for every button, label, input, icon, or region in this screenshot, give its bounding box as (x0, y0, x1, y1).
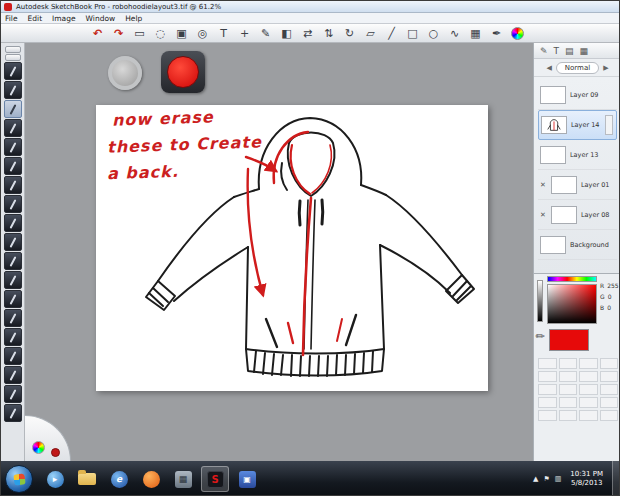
brush-puck[interactable] (108, 56, 142, 90)
taskbar-internet-explorer[interactable]: e (105, 466, 133, 492)
taskbar-sketchbook[interactable]: S (201, 466, 229, 492)
move-tool[interactable]: + (234, 25, 255, 42)
color-swatch[interactable] (559, 358, 578, 369)
panel-toggle-button[interactable] (5, 54, 21, 61)
pencil-tool[interactable]: ✎ (255, 25, 276, 42)
hue-slider[interactable] (547, 276, 597, 282)
select-rect-tool[interactable]: ▭ (129, 25, 150, 42)
panel-toggle-button[interactable] (5, 46, 21, 53)
color-swatch[interactable] (579, 384, 598, 395)
eyedropper-icon[interactable]: ✎ (533, 329, 549, 345)
brush-tool-tile[interactable] (4, 233, 22, 251)
layer-hidden-icon[interactable]: ✕ (540, 181, 547, 189)
tray-expand-icon[interactable]: ▲ (533, 475, 538, 483)
flip-horizontal-tool[interactable]: ⇄ (297, 25, 318, 42)
rotate-tool[interactable]: ↻ (339, 25, 360, 42)
brush-tool-tile[interactable] (4, 252, 22, 270)
color-swatch[interactable] (538, 397, 557, 408)
brush-tool-tile[interactable] (4, 119, 22, 137)
show-desktop-button[interactable] (612, 461, 619, 496)
menu-file[interactable]: File (5, 14, 18, 23)
blend-prev-icon[interactable]: ◀ (546, 64, 551, 72)
taskbar-clock[interactable]: 10:31 PM 5/8/2013 (566, 470, 607, 488)
color-swatch[interactable] (600, 410, 619, 421)
color-swatch[interactable] (579, 358, 598, 369)
taskbar-app-gray[interactable]: ▦ (169, 466, 197, 492)
brush-tool-tile[interactable] (4, 62, 22, 80)
brush-tool-tile[interactable] (4, 404, 22, 422)
color-swatch[interactable] (538, 358, 557, 369)
color-swatch[interactable] (538, 384, 557, 395)
brush-tool-tile[interactable] (4, 176, 22, 194)
color-swatch[interactable] (579, 410, 598, 421)
layer-row[interactable]: Layer 13 (538, 140, 617, 170)
tab-text-icon[interactable]: T (554, 44, 560, 58)
color-swatch[interactable] (538, 371, 557, 382)
taskbar-firefox[interactable] (137, 466, 165, 492)
ellipse-tool[interactable]: ○ (423, 25, 444, 42)
layer-row[interactable]: ✕ Layer 01 (538, 170, 617, 200)
brush-tool-tile[interactable] (4, 157, 22, 175)
tab-layers-icon[interactable]: ▤ (565, 44, 574, 58)
brush-tool-tile[interactable] (4, 347, 22, 365)
brush-tool-tile[interactable] (4, 385, 22, 403)
redo-button[interactable]: ↷ (108, 25, 129, 42)
saturation-value-picker[interactable] (547, 284, 597, 324)
taskbar-app-blue[interactable]: ▣ (233, 466, 261, 492)
color-swatch[interactable] (538, 410, 557, 421)
layer-row[interactable]: Layer 09 (538, 80, 617, 110)
brush-editor-tool[interactable]: ✒ (486, 25, 507, 42)
drawing-canvas[interactable]: now erase these to Create a back. (96, 105, 488, 391)
taskbar-explorer[interactable] (73, 466, 101, 492)
color-swatch[interactable] (579, 371, 598, 382)
brush-tool-tile-selected[interactable] (4, 100, 22, 118)
layer-opacity-slider[interactable] (605, 115, 613, 135)
brush-tool-tile[interactable] (4, 328, 22, 346)
current-color-swatch[interactable] (549, 329, 589, 351)
taskbar-media-player[interactable]: ▸ (41, 466, 69, 492)
color-puck[interactable] (167, 56, 199, 88)
tab-display-icon[interactable]: ▦ (580, 44, 589, 58)
crop-tool[interactable]: ▣ (171, 25, 192, 42)
lagoon-corner-widget[interactable] (25, 415, 71, 461)
undo-button[interactable]: ↶ (87, 25, 108, 42)
color-swatch[interactable] (600, 384, 619, 395)
layer-row[interactable]: ✕ Layer 08 (538, 200, 617, 230)
layer-hidden-icon[interactable]: ✕ (540, 211, 547, 219)
color-swatch[interactable] (600, 371, 619, 382)
tab-brush-icon[interactable]: ✎ (540, 44, 548, 58)
current-color-dot[interactable] (51, 448, 60, 457)
layer-row-selected[interactable]: Layer 14 (538, 110, 617, 140)
fill-tool[interactable]: ◧ (276, 25, 297, 42)
brush-tool-tile[interactable] (4, 271, 22, 289)
color-swatch[interactable] (559, 384, 578, 395)
color-swatch[interactable] (559, 397, 578, 408)
brush-tool-tile[interactable] (4, 290, 22, 308)
brush-tool-tile[interactable] (4, 81, 22, 99)
blend-next-icon[interactable]: ▶ (603, 64, 608, 72)
color-wheel-icon[interactable] (511, 27, 524, 40)
flip-vertical-tool[interactable]: ⇅ (318, 25, 339, 42)
text-tool[interactable]: T (213, 25, 234, 42)
brush-tool-tile[interactable] (4, 214, 22, 232)
color-swatch[interactable] (559, 371, 578, 382)
brush-tool-tile[interactable] (4, 195, 22, 213)
color-swatch[interactable] (600, 358, 619, 369)
color-swatch[interactable] (600, 397, 619, 408)
color-swatch[interactable] (559, 410, 578, 421)
distort-tool[interactable]: ▱ (360, 25, 381, 42)
rectangle-tool[interactable]: □ (402, 25, 423, 42)
color-swatch[interactable] (579, 397, 598, 408)
menu-window[interactable]: Window (86, 14, 116, 23)
line-tool[interactable]: ╱ (381, 25, 402, 42)
brush-tool-tile[interactable] (4, 366, 22, 384)
grid-tool[interactable]: ▦ (465, 25, 486, 42)
grayscale-ramp[interactable] (537, 280, 543, 322)
menu-edit[interactable]: Edit (28, 14, 43, 23)
network-icon[interactable]: ▥ (555, 475, 562, 483)
brush-tool-tile[interactable] (4, 138, 22, 156)
start-button[interactable] (5, 465, 33, 493)
brush-tool-tile[interactable] (4, 309, 22, 327)
curve-tool[interactable]: ∿ (444, 25, 465, 42)
action-center-flag-icon[interactable]: ⚑ (543, 475, 549, 483)
